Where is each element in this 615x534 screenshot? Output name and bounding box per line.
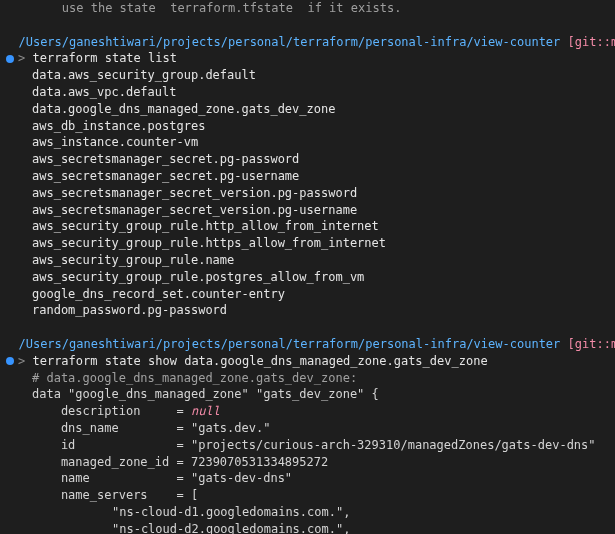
state-list-item: aws_secretsmanager_secret_version.pg-use… — [4, 202, 611, 219]
data-declaration: data "google_dns_managed_zone" "gats_dev… — [4, 387, 379, 401]
state-list-item: aws_secretsmanager_secret.pg-username — [4, 168, 611, 185]
prompt-symbol: > — [18, 354, 32, 368]
prompt-2: > terraform state show data.google_dns_m… — [4, 353, 611, 370]
state-list-item: random_password.pg-password — [4, 302, 611, 319]
blank-line-2 — [4, 319, 611, 336]
name-servers-list: "ns-cloud-d1.googledomains.com.","ns-clo… — [32, 504, 611, 534]
state-list-item: aws_security_group_rule.https_allow_from… — [4, 235, 611, 252]
attr-name-servers-open: name_servers = [ — [32, 487, 611, 504]
prompt-1: > terraform state list — [4, 50, 611, 67]
state-list-item: aws_secretsmanager_secret.pg-password — [4, 151, 611, 168]
name-server-item: "ns-cloud-d2.googledomains.com.", — [32, 521, 611, 534]
git-branch-label-2: [git::ma — [568, 337, 615, 351]
command-2: terraform state show data.google_dns_man… — [32, 354, 487, 368]
state-list-item: data.aws_security_group.default — [4, 67, 611, 84]
attr-dns-name: dns_name = "gats.dev." — [32, 420, 611, 437]
attr-id: id = "projects/curious-arch-329310/manag… — [32, 437, 611, 454]
status-bullet-icon — [6, 55, 14, 63]
state-list-item: data.google_dns_managed_zone.gats_dev_zo… — [4, 101, 611, 118]
attr-managed-zone-id: managed_zone_id = 7239070531334895272 — [32, 454, 611, 471]
git-branch-label: [git::ma — [568, 35, 615, 49]
attr-description: description = null — [32, 403, 611, 420]
cwd-path-2: /Users/ganeshtiwari/projects/personal/te… — [18, 337, 560, 351]
state-list-item: aws_security_group_rule.name — [4, 252, 611, 269]
command-1: terraform state list — [32, 51, 177, 65]
state-list-item: google_dns_record_set.counter-entry — [4, 286, 611, 303]
state-list-item: aws_security_group_rule.http_allow_from_… — [4, 218, 611, 235]
prompt-path-1: /Users/ganeshtiwari/projects/personal/te… — [4, 34, 611, 51]
state-list-output: data.aws_security_group.defaultdata.aws_… — [4, 67, 611, 319]
resource-comment: # data.google_dns_managed_zone.gats_dev_… — [4, 370, 611, 387]
name-server-item: "ns-cloud-d1.googledomains.com.", — [32, 504, 611, 521]
state-list-item: aws_secretsmanager_secret_version.pg-pas… — [4, 185, 611, 202]
blank-line — [4, 17, 611, 34]
status-bullet-icon — [6, 357, 14, 365]
prompt-path-2: /Users/ganeshtiwari/projects/personal/te… — [4, 336, 611, 353]
blank-indent — [4, 337, 18, 351]
state-list-item: data.aws_vpc.default — [4, 84, 611, 101]
attribute-block: description = null dns_name = "gats.dev.… — [4, 403, 611, 534]
hint-line: use the state terraform.tfstate if it ex… — [4, 0, 611, 17]
cwd-path: /Users/ganeshtiwari/projects/personal/te… — [18, 35, 560, 49]
state-list-item: aws_db_instance.postgres — [4, 118, 611, 135]
state-list-item: aws_instance.counter-vm — [4, 134, 611, 151]
blank-indent — [4, 35, 18, 49]
attr-name: name = "gats-dev-dns" — [32, 470, 611, 487]
state-list-item: aws_security_group_rule.postgres_allow_f… — [4, 269, 611, 286]
terminal-output[interactable]: use the state terraform.tfstate if it ex… — [0, 0, 615, 534]
prompt-symbol: > — [18, 51, 32, 65]
